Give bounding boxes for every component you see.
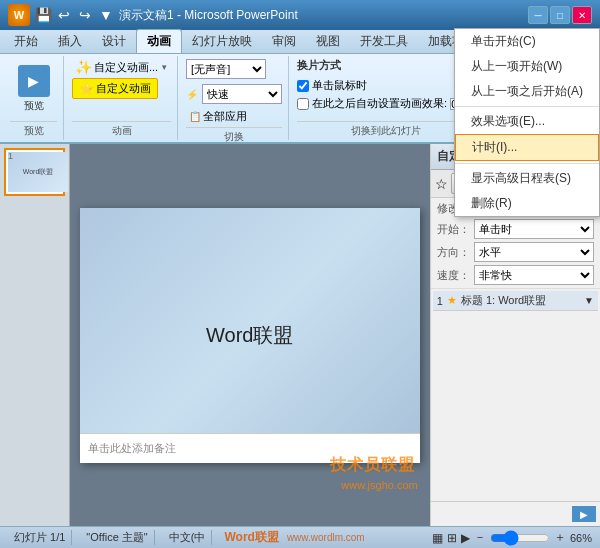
theme-info: "Office 主题" xyxy=(80,530,154,545)
wordlm-watermark: Word联盟 xyxy=(224,529,278,546)
zoom-slider[interactable] xyxy=(490,532,550,544)
preview-group-label: 预览 xyxy=(10,121,57,138)
wordlm-url: www.wordlm.com xyxy=(287,532,365,543)
sound-row: [无声音] xyxy=(186,59,266,79)
animation-content: ✨ 自定义动画... ▼ ⭐ 自定义动画 xyxy=(72,58,171,119)
speed-icon: ⚡ xyxy=(186,89,198,100)
minimize-btn[interactable]: ─ xyxy=(528,6,548,24)
preview-icon: ▶ xyxy=(18,65,50,97)
tab-home[interactable]: 开始 xyxy=(4,30,48,53)
switch-type-label: 换片方式 xyxy=(297,58,341,73)
direction-select[interactable]: 水平 xyxy=(474,242,594,262)
custom-anim-label2: 自定义动画 xyxy=(96,81,151,96)
slide-sorter-btn[interactable]: ⊞ xyxy=(447,531,457,545)
quick-access: 💾 ↩ ↪ ▼ xyxy=(34,6,115,24)
speed-select[interactable]: 快速 xyxy=(202,84,282,104)
preview-content: ▶ 预览 xyxy=(14,58,54,119)
lang-info: 中文(中 xyxy=(163,530,213,545)
slide-notes-text: 单击此处添加备注 xyxy=(88,441,176,456)
redo-btn[interactable]: ↪ xyxy=(76,6,94,24)
title-bar-left: W 💾 ↩ ↪ ▼ 演示文稿1 - Microsoft PowerPoint xyxy=(8,4,298,26)
click-mouse-checkbox[interactable] xyxy=(297,80,309,92)
tab-review[interactable]: 审阅 xyxy=(262,30,306,53)
switch-group-label: 切换 xyxy=(186,127,282,144)
tab-design[interactable]: 设计 xyxy=(92,30,136,53)
ribbon-group-animation: ✨ 自定义动画... ▼ ⭐ 自定义动画 动画 xyxy=(66,56,178,140)
view-btns: ▦ ⊞ ▶ － ＋ 66% xyxy=(432,529,592,546)
animation-panel: 自定义动画 📌 ✕ ☆ 更改 ▼ | ✕ 删除 修改： 百叶窗 开始： 单 xyxy=(430,144,600,526)
anim-item-name: 标题 1: Word联盟 xyxy=(461,293,546,308)
ribbon-group-preview: ▶ 预览 预览 xyxy=(4,56,64,140)
close-btn[interactable]: ✕ xyxy=(572,6,592,24)
title-bar: W 💾 ↩ ↪ ▼ 演示文稿1 - Microsoft PowerPoint ─… xyxy=(0,0,600,30)
add-effect-icon[interactable]: ☆ xyxy=(435,176,448,192)
save-btn[interactable]: 💾 xyxy=(34,6,52,24)
sound-select[interactable]: [无声音] xyxy=(186,59,266,79)
dropdown-btn[interactable]: ▼ xyxy=(97,6,115,24)
switch-content: [无声音] ⚡ 快速 📋 全部应用 xyxy=(186,58,282,125)
direction-label: 方向： xyxy=(437,245,470,260)
undo-btn[interactable]: ↩ xyxy=(55,6,73,24)
speed-row: ⚡ 快速 xyxy=(186,84,282,104)
click-mouse-row: 单击鼠标时 xyxy=(297,78,367,93)
slide-thumb-inner-1: Word联盟 xyxy=(8,152,68,192)
speed-row: 速度： 非常快 xyxy=(437,265,594,285)
slide-canvas[interactable]: Word联盟 单击此处添加备注 xyxy=(80,208,420,463)
maximize-btn[interactable]: □ xyxy=(550,6,570,24)
custom-anim-btn2[interactable]: ⭐ 自定义动画 xyxy=(72,78,158,99)
preview-label: 预览 xyxy=(24,99,44,113)
slide-panel: 1 Word联盟 xyxy=(0,144,70,526)
main-area: 1 Word联盟 Word联盟 单击此处添加备注 技术员联盟 www.jsgho… xyxy=(0,144,600,526)
office-logo: W xyxy=(8,4,30,26)
start-row: 开始： 单击时 xyxy=(437,219,594,239)
zoom-level: 66% xyxy=(570,532,592,544)
tab-developer[interactable]: 开发工具 xyxy=(350,30,418,53)
tab-animation[interactable]: 动画 xyxy=(136,29,182,53)
slide-thumb-1[interactable]: 1 Word联盟 xyxy=(4,148,65,196)
slide-title[interactable]: Word联盟 xyxy=(206,322,293,349)
anim-star-icon: ★ xyxy=(447,294,457,307)
ribbon-group-switch-slide: 换片方式 单击鼠标时 在此之后自动设置动画效果: ⬍ 切换到此幻灯片 xyxy=(291,56,481,140)
thumb-text: Word联盟 xyxy=(23,167,54,177)
auto-switch-checkbox[interactable] xyxy=(297,98,309,110)
start-select[interactable]: 单击时 xyxy=(474,219,594,239)
custom-anim-btn1[interactable]: ✨ 自定义动画... ▼ xyxy=(72,58,171,76)
custom-anim-label1: 自定义动画... xyxy=(94,60,158,75)
dropdown-arrow1: ▼ xyxy=(160,63,168,72)
preview-button[interactable]: ▶ 预览 xyxy=(14,63,54,115)
apply-icon: 📋 xyxy=(189,111,201,122)
status-bar: 幻灯片 1/1 "Office 主题" 中文(中 Word联盟 www.word… xyxy=(0,526,600,548)
switch-slide-content: 换片方式 单击鼠标时 在此之后自动设置动画效果: ⬍ xyxy=(297,58,475,119)
animation-list: 1 ★ 标题 1: Word联盟 ▼ 单击开始(C) 从上一项开始(W) 从上一… xyxy=(431,289,600,501)
speed-select2[interactable]: 非常快 xyxy=(474,265,594,285)
anim-header-text: 1 xyxy=(437,295,443,307)
window-title: 演示文稿1 - Microsoft PowerPoint xyxy=(119,7,298,24)
watermark2: www.jsgho.com xyxy=(341,479,417,491)
panel-bottom: ▶ xyxy=(431,501,600,526)
slide-num-1: 1 xyxy=(8,151,13,161)
play-btn[interactable]: ▶ xyxy=(572,506,596,522)
anim-dropdown-arrow[interactable]: ▼ xyxy=(584,295,594,306)
tab-view[interactable]: 视图 xyxy=(306,30,350,53)
start-label: 开始： xyxy=(437,222,470,237)
normal-view-btn[interactable]: ▦ xyxy=(432,531,443,545)
speed-label: 速度： xyxy=(437,268,470,283)
slide-info: 幻灯片 1/1 xyxy=(8,530,72,545)
animation-group-label: 动画 xyxy=(72,121,171,138)
click-mouse-label: 单击鼠标时 xyxy=(312,78,367,93)
tab-insert[interactable]: 插入 xyxy=(48,30,92,53)
direction-row: 方向： 水平 xyxy=(437,242,594,262)
auto-switch-row: 在此之后自动设置动画效果: ⬍ xyxy=(297,96,475,111)
slideshow-btn[interactable]: ▶ xyxy=(461,531,470,545)
window-controls: ─ □ ✕ xyxy=(528,6,592,24)
auto-switch-label: 在此之后自动设置动画效果: xyxy=(312,96,447,111)
slide-editor: Word联盟 单击此处添加备注 技术员联盟 www.jsgho.com xyxy=(70,144,430,526)
anim-list-header: 1 ★ 标题 1: Word联盟 ▼ 单击开始(C) 从上一项开始(W) 从上一… xyxy=(433,291,598,311)
ribbon-group-switch: [无声音] ⚡ 快速 📋 全部应用 切换 xyxy=(180,56,289,140)
all-apply-btn[interactable]: 📋 全部应用 xyxy=(186,108,250,125)
all-apply-label: 全部应用 xyxy=(203,109,247,124)
zoom-in-btn[interactable]: ＋ xyxy=(554,529,566,546)
tab-slideshow[interactable]: 幻灯片放映 xyxy=(182,30,262,53)
watermark1: 技术员联盟 xyxy=(330,455,415,476)
zoom-out-btn[interactable]: － xyxy=(474,529,486,546)
